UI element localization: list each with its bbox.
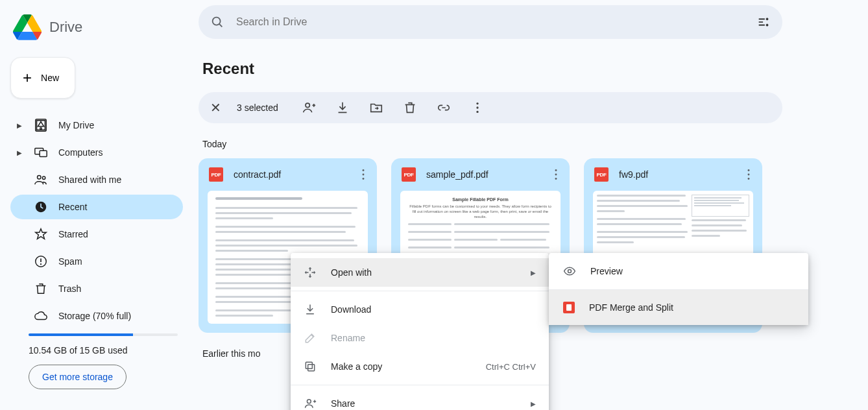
nav-label: Recent — [58, 202, 87, 212]
svg-point-7 — [40, 263, 42, 265]
ctx-shortcut: Ctrl+C Ctrl+V — [486, 362, 536, 372]
ctx-label: Open with — [331, 267, 372, 278]
file-name: contract.pdf — [234, 169, 346, 180]
file-more-icon[interactable] — [549, 167, 563, 182]
svg-point-19 — [555, 178, 557, 180]
page-title: Recent — [202, 60, 852, 78]
open-with-icon — [304, 266, 317, 279]
pdf-app-icon — [563, 302, 575, 313]
copy-icon — [304, 360, 317, 373]
ctx-label: Share — [331, 398, 355, 409]
nav-list: ▶ My Drive ▶ Computers Shared with me Re… — [10, 113, 183, 328]
nav-trash[interactable]: Trash — [10, 276, 183, 301]
download-icon — [304, 303, 317, 316]
app-logo-row[interactable]: Drive — [10, 5, 183, 53]
svg-point-21 — [748, 174, 750, 176]
context-menu: Open with ▶ Download Rename Make a copy … — [291, 253, 549, 410]
spam-icon — [34, 254, 48, 269]
nav-shared[interactable]: Shared with me — [10, 167, 183, 192]
svg-point-26 — [568, 270, 572, 273]
cloud-icon — [34, 309, 48, 323]
svg-point-3 — [42, 176, 45, 179]
svg-point-14 — [363, 169, 365, 171]
nav-spam[interactable]: Spam — [10, 249, 183, 274]
nav-my-drive[interactable]: ▶ My Drive — [10, 113, 183, 138]
file-more-icon[interactable] — [356, 167, 370, 182]
chevron-right-icon: ▶ — [531, 400, 536, 407]
share-user-icon[interactable] — [302, 101, 316, 115]
search-box[interactable] — [199, 5, 782, 39]
preview-icon — [563, 265, 576, 278]
nav-label: Shared with me — [58, 175, 121, 185]
ctx-copy[interactable]: Make a copy Ctrl+C Ctrl+V — [291, 352, 549, 381]
svg-rect-1 — [40, 151, 47, 156]
ctx-preview[interactable]: Preview — [549, 253, 808, 289]
nav-computers[interactable]: ▶ Computers — [10, 140, 183, 165]
nav-label: Spam — [58, 256, 82, 267]
search-input[interactable] — [236, 16, 756, 28]
download-icon[interactable] — [335, 101, 350, 115]
pdf-badge-icon: PDF — [594, 167, 609, 182]
svg-point-18 — [555, 174, 557, 176]
new-button[interactable]: + New — [10, 57, 75, 99]
filter-icon[interactable] — [756, 15, 771, 29]
chevron-right-icon: ▶ — [531, 269, 536, 276]
svg-point-16 — [363, 178, 365, 180]
shared-icon — [34, 173, 48, 187]
svg-point-20 — [748, 169, 750, 171]
selection-count: 3 selected — [237, 102, 278, 113]
ctx-open-with[interactable]: Open with ▶ — [291, 258, 549, 287]
svg-point-2 — [38, 176, 42, 180]
more-icon[interactable] — [470, 101, 485, 115]
ctx-rename: Rename — [291, 324, 549, 352]
rename-icon — [304, 332, 317, 344]
pdf-badge-icon: PDF — [209, 167, 223, 182]
nav-label: My Drive — [58, 120, 94, 130]
nav-storage[interactable]: Storage (70% full) — [10, 304, 183, 328]
sidebar: Drive + New ▶ My Drive ▶ Computers Share… — [0, 0, 188, 410]
thumb-title: Sample Fillable PDF Form — [408, 197, 553, 202]
svg-point-15 — [363, 174, 365, 176]
ctx-label: PDF Merge and Split — [589, 302, 673, 313]
delete-icon[interactable] — [403, 101, 417, 115]
svg-point-17 — [555, 169, 557, 171]
plus-icon: + — [23, 70, 32, 86]
pdf-badge-icon: PDF — [402, 167, 416, 182]
svg-line-9 — [219, 24, 222, 27]
svg-point-12 — [476, 106, 478, 108]
my-drive-icon — [34, 118, 48, 132]
nav-label: Storage (70% full) — [58, 311, 131, 321]
ctx-label: Download — [331, 304, 371, 315]
computers-icon — [34, 145, 48, 160]
svg-point-10 — [306, 103, 309, 107]
ctx-download[interactable]: Download — [291, 295, 549, 324]
svg-rect-23 — [308, 365, 315, 371]
ctx-share[interactable]: Share ▶ — [291, 389, 549, 410]
nav-label: Computers — [58, 147, 102, 158]
trash-icon — [34, 282, 48, 296]
nav-label: Starred — [58, 229, 88, 239]
nav-recent[interactable]: Recent — [10, 195, 183, 219]
chevron-right-icon: ▶ — [17, 122, 23, 129]
file-more-icon[interactable] — [741, 167, 756, 182]
svg-point-13 — [476, 111, 478, 113]
move-icon[interactable] — [369, 101, 383, 115]
svg-point-25 — [307, 400, 311, 404]
ctx-pdf-merge[interactable]: PDF Merge and Split — [549, 290, 808, 325]
file-name: fw9.pdf — [619, 169, 731, 180]
chevron-right-icon: ▶ — [17, 149, 23, 156]
svg-point-11 — [476, 102, 478, 104]
recent-icon — [34, 200, 48, 214]
share-icon — [304, 397, 317, 410]
link-icon[interactable] — [437, 101, 451, 115]
ctx-label: Make a copy — [331, 361, 382, 372]
nav-starred[interactable]: Starred — [10, 222, 183, 247]
get-storage-button[interactable]: Get more storage — [29, 365, 127, 389]
storage-meter: 10.54 GB of 15 GB used Get more storage — [29, 333, 178, 389]
new-button-label: New — [41, 73, 59, 83]
storage-bar-fill — [29, 333, 133, 336]
separator — [291, 291, 549, 291]
clear-selection-button[interactable]: ✕ — [210, 100, 221, 115]
selection-toolbar: ✕ 3 selected — [199, 92, 782, 123]
star-icon — [34, 227, 48, 241]
